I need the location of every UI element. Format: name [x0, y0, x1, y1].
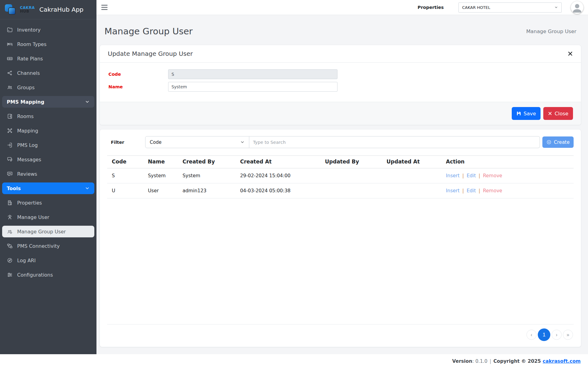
sidebar-item-label: Log ARI: [17, 258, 36, 263]
sidebar-section-tools[interactable]: Tools: [2, 182, 94, 194]
cell-updated-at: [382, 168, 441, 183]
sidebar-item-manage-group-user[interactable]: Manage Group User: [2, 226, 94, 237]
sidebar-item-rate-plans[interactable]: Rate Plans: [2, 53, 94, 64]
insert-link[interactable]: Insert: [446, 188, 459, 194]
review-stars-icon: [7, 171, 13, 177]
close-icon: [567, 51, 573, 56]
sidebar-item-inventory[interactable]: Inventory: [2, 24, 94, 36]
action-separator: |: [479, 173, 480, 178]
update-card-footer: Save Close: [100, 102, 581, 125]
table-header-row: Code Name Created By Created At Updated …: [107, 156, 574, 168]
insert-link[interactable]: Insert: [446, 173, 459, 178]
chevron-down-icon: [85, 99, 90, 104]
name-input[interactable]: [168, 82, 337, 92]
sidebar-section-label: Tools: [7, 186, 21, 191]
users-gear-icon: [7, 228, 13, 235]
connectivity-icon: [7, 243, 13, 249]
sidebar-item-label: PMS Connectivity: [17, 243, 60, 249]
sidebar-item-pms-log[interactable]: PMS Log: [2, 139, 94, 151]
sidebar-item-channels[interactable]: Channels: [2, 67, 94, 79]
sidebar-item-mapping[interactable]: Mapping: [2, 125, 94, 136]
sidebar-item-rooms[interactable]: Rooms: [2, 110, 94, 122]
card-close-button[interactable]: [567, 51, 573, 56]
pagination: ‹ 1 › »: [107, 324, 574, 344]
bed-icon: [7, 41, 13, 47]
column-header-code: Code: [107, 156, 143, 168]
table-spacer: [107, 198, 574, 324]
pagination-last-button[interactable]: »: [563, 330, 573, 340]
topbar: Properties CAKAR HOTEL: [96, 0, 588, 15]
user-avatar[interactable]: [571, 1, 583, 14]
column-header-updated-by: Updated By: [320, 156, 382, 168]
edit-link[interactable]: Edit: [467, 173, 476, 178]
app-title: CakraHub App: [39, 6, 83, 13]
filter-row: Filter Code Create: [107, 136, 574, 148]
pagination-prev-button[interactable]: ‹: [526, 330, 537, 340]
sidebar-item-pms-connectivity[interactable]: PMS Connectivity: [2, 240, 94, 252]
sidebar-item-label: Configurations: [17, 272, 53, 278]
cakrahub-logo-icon: [5, 4, 17, 15]
remove-link[interactable]: Remove: [483, 173, 502, 178]
update-card-header: Update Manage Group User: [100, 45, 581, 63]
cell-code: U: [107, 183, 143, 198]
door-icon: [7, 113, 13, 119]
hamburger-icon: [101, 5, 108, 10]
version-label: Version: [452, 358, 473, 364]
create-button-label: Create: [554, 140, 570, 145]
cell-actions: Insert|Edit|Remove: [441, 183, 574, 198]
sidebar-menu: Inventory Room Types Rate Plans Channels…: [0, 19, 96, 283]
users-icon: [7, 84, 13, 90]
cell-created-at: 04-03-2024 05:00:38: [236, 183, 320, 198]
cell-actions: Insert|Edit|Remove: [441, 168, 574, 183]
action-separator: |: [479, 188, 480, 194]
pagination-next-button[interactable]: ›: [552, 330, 562, 340]
version-value: : 0.1.0: [472, 358, 488, 364]
share-nodes-icon: [7, 70, 13, 76]
chat-bubbles-icon: [7, 156, 13, 163]
sidebar-item-configurations[interactable]: Configurations: [2, 269, 94, 281]
column-header-created-by: Created By: [178, 156, 236, 168]
pagination-page-1-button[interactable]: 1: [538, 328, 550, 341]
sidebar-item-label: Properties: [17, 200, 42, 206]
sidebar-item-groups[interactable]: Groups: [2, 82, 94, 93]
floppy-disk-icon: [516, 111, 521, 116]
edit-link[interactable]: Edit: [467, 188, 476, 194]
folder-icon: [7, 27, 13, 33]
sidebar-item-reviews[interactable]: Reviews: [2, 168, 94, 180]
search-input[interactable]: [249, 136, 540, 148]
sidebar-item-log-ari[interactable]: Log ARI: [2, 255, 94, 266]
cell-name: System: [143, 168, 178, 183]
sidebar: CAKRA HUB CakraHub App Inventory Room Ty…: [0, 0, 96, 354]
save-button-label: Save: [524, 111, 536, 117]
sidebar-item-label: Messages: [17, 157, 41, 163]
save-button[interactable]: Save: [512, 107, 541, 120]
sidebar-item-properties[interactable]: Properties: [2, 197, 94, 209]
sidebar-item-label: Manage Group User: [17, 229, 66, 235]
logo-wordmark: CAKRA HUB: [20, 6, 35, 13]
footer: Version : 0.1.0 | Copyright © 2025 cakra…: [0, 354, 588, 368]
properties-label: Properties: [418, 5, 444, 10]
sidebar-item-label: Rooms: [17, 113, 34, 119]
close-button[interactable]: Close: [543, 107, 573, 120]
name-field-row: Name: [108, 82, 572, 92]
user-home-icon: [7, 214, 13, 220]
sidebar-item-room-types[interactable]: Room Types: [2, 38, 94, 50]
command-icon: [7, 128, 13, 134]
remove-link[interactable]: Remove: [483, 188, 502, 194]
update-group-user-card: Update Manage Group User Code Name: [100, 45, 581, 125]
filter-field-select[interactable]: Code: [145, 136, 249, 148]
property-select[interactable]: CAKAR HOTEL: [458, 2, 562, 13]
sidebar-toggle-button[interactable]: [101, 5, 108, 10]
sidebar-item-messages[interactable]: Messages: [2, 154, 94, 165]
column-header-updated-at: Updated At: [382, 156, 441, 168]
page-header: Manage Group User Manage Group User: [100, 19, 581, 45]
action-separator: |: [462, 173, 464, 178]
create-button[interactable]: Create: [542, 136, 574, 148]
action-separator: |: [462, 188, 464, 194]
cakrasoft-link[interactable]: cakrasoft.com: [543, 358, 581, 364]
filter-field-value: Code: [150, 140, 161, 145]
sidebar-section-label: PMS Mapping: [7, 99, 44, 105]
sidebar-section-pms-mapping[interactable]: PMS Mapping: [2, 96, 94, 108]
sidebar-item-manage-user[interactable]: Manage User: [2, 211, 94, 223]
app-window: CAKRA HUB CakraHub App Inventory Room Ty…: [0, 0, 588, 354]
